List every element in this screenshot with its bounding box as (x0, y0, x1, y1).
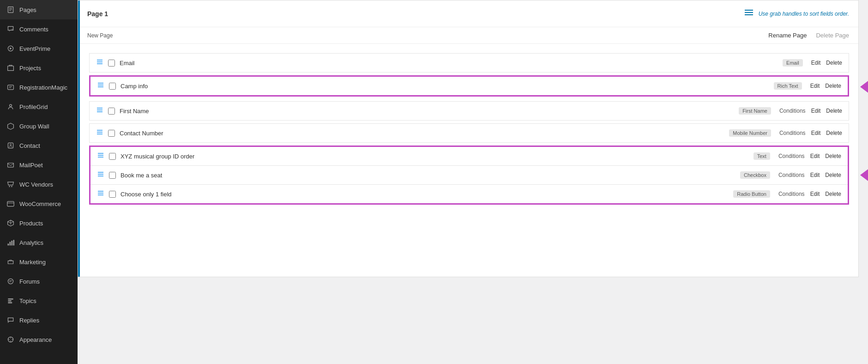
sidebar-item-products[interactable]: Products (0, 213, 78, 233)
sidebar-item-pages-label: Pages (19, 6, 36, 13)
field-row-first-name: First Name First Name Conditions Edit De… (89, 101, 849, 121)
sidebar-item-mailpoet[interactable]: MailPoet (0, 155, 78, 175)
page-panel: Page 1 Use grab handles to sort fields o… (78, 0, 859, 277)
field-row-choose-field: Choose only 1 field Radio Button Conditi… (90, 185, 848, 203)
sidebar-item-replies[interactable]: Replies (0, 310, 78, 330)
delete-email-button[interactable]: Delete (826, 60, 842, 66)
delete-first-name-button[interactable]: Delete (826, 108, 842, 114)
field-type-first-name: First Name (739, 107, 771, 115)
checkbox-contact-number[interactable] (108, 130, 115, 137)
edit-choose-field-button[interactable]: Edit (810, 191, 820, 197)
arrow-group (860, 167, 868, 183)
sidebar-item-contact[interactable]: Contact (0, 136, 78, 155)
drag-handle-contact-number[interactable] (96, 128, 103, 138)
sidebar-item-wcvendors[interactable]: WC Vendors (0, 175, 78, 194)
conditions-xyz-button[interactable]: Conditions (778, 153, 805, 159)
svg-rect-11 (8, 163, 14, 167)
delete-choose-field-button[interactable]: Delete (825, 191, 841, 197)
sidebar-item-forums[interactable]: Forums (0, 272, 78, 291)
drag-handle-xyz[interactable] (97, 152, 104, 161)
checkbox-email[interactable] (108, 60, 115, 67)
svg-rect-17 (12, 241, 12, 245)
sidebar-item-pages[interactable]: Pages (0, 0, 78, 19)
sidebar-item-topics[interactable]: Topics (0, 291, 78, 310)
page-nav-row: New Page Rename Page Delete Page (78, 27, 858, 44)
field-type-book-seat: Checkbox (740, 171, 770, 179)
sidebar-item-topics-label: Topics (19, 297, 36, 304)
rename-page-button[interactable]: Rename Page (768, 32, 807, 39)
conditions-choose-field-button[interactable]: Conditions (778, 191, 805, 197)
delete-page-button[interactable]: Delete Page (816, 32, 849, 39)
delete-book-seat-button[interactable]: Delete (825, 172, 841, 178)
conditions-book-seat-button[interactable]: Conditions (778, 172, 805, 178)
analytics-icon (6, 238, 15, 247)
svg-rect-14 (7, 201, 14, 206)
appearance-icon (6, 335, 15, 344)
svg-point-10 (10, 144, 11, 146)
sidebar-item-analytics-label: Analytics (19, 239, 43, 246)
sidebar-item-analytics[interactable]: Analytics (0, 233, 78, 252)
drag-handle-first-name[interactable] (96, 106, 103, 115)
sidebar-item-projects[interactable]: Projects (0, 58, 78, 78)
field-name-book-seat: Book me a seat (121, 172, 735, 179)
groupwall-icon (6, 122, 15, 130)
sidebar-item-woocommerce-label: WooCommerce (19, 200, 61, 207)
sidebar-item-groupwall[interactable]: Group Wall (0, 116, 78, 136)
svg-rect-0 (8, 7, 13, 13)
checkbox-camp-info[interactable] (109, 83, 116, 90)
delete-camp-info-button[interactable]: Delete (825, 83, 841, 89)
drag-handle-book-seat[interactable] (97, 170, 104, 180)
checkbox-first-name[interactable] (108, 108, 115, 115)
drag-handle-email[interactable] (96, 58, 103, 67)
woocommerce-icon (6, 200, 15, 208)
products-icon (6, 219, 15, 227)
registrationmagic-icon (6, 83, 15, 91)
eventprime-icon (6, 44, 15, 53)
edit-first-name-button[interactable]: Edit (811, 108, 821, 114)
conditions-first-name-button[interactable]: Conditions (779, 108, 806, 114)
sidebar-item-replies-label: Replies (19, 317, 39, 324)
field-row-contact-number: Contact Number Mobile Number Conditions … (89, 123, 849, 143)
sidebar-item-marketing[interactable]: Marketing (0, 252, 78, 272)
delete-contact-number-button[interactable]: Delete (826, 130, 842, 136)
sidebar-item-profilegrid[interactable]: ProfileGrid (0, 97, 78, 116)
topics-icon (6, 297, 15, 305)
field-name-contact-number: Contact Number (120, 130, 724, 137)
sidebar-item-woocommerce[interactable]: WooCommerce (0, 194, 78, 213)
edit-contact-number-button[interactable]: Edit (811, 130, 821, 136)
sort-hint: Use grab handles to sort fields order. (759, 11, 849, 17)
checkbox-book-seat[interactable] (109, 172, 116, 179)
sidebar-item-mailpoet-label: MailPoet (19, 162, 43, 169)
fields-area: Email Email Edit Delete (78, 44, 858, 217)
sidebar-item-appearance[interactable]: Appearance (0, 330, 78, 349)
drag-handle-camp-info[interactable] (97, 81, 104, 91)
field-actions-book-seat: Conditions Edit Delete (778, 172, 841, 178)
sidebar-item-registrationmagic[interactable]: RegistrationMagic (0, 78, 78, 97)
sidebar-item-registrationmagic-label: RegistrationMagic (19, 84, 67, 91)
edit-xyz-button[interactable]: Edit (810, 153, 820, 159)
conditions-contact-number-button[interactable]: Conditions (779, 130, 806, 136)
sidebar-item-contact-label: Contact (19, 142, 40, 149)
delete-xyz-button[interactable]: Delete (825, 153, 841, 159)
sidebar-item-marketing-label: Marketing (19, 259, 46, 266)
sidebar-item-groupwall-label: Group Wall (19, 123, 49, 130)
sidebar-item-comments[interactable]: Comments (0, 19, 78, 39)
drag-handle-choose-field[interactable] (97, 189, 104, 199)
main-content: Page 1 Use grab handles to sort fields o… (78, 0, 868, 364)
sidebar-item-eventprime[interactable]: EventPrime (0, 39, 78, 58)
field-actions-xyz: Conditions Edit Delete (778, 153, 841, 159)
new-page-button[interactable]: New Page (87, 32, 113, 39)
sidebar-item-products-label: Products (19, 220, 43, 227)
field-actions-first-name: Conditions Edit Delete (779, 108, 842, 114)
forums-icon (6, 277, 15, 285)
edit-email-button[interactable]: Edit (811, 60, 821, 66)
edit-book-seat-button[interactable]: Edit (810, 172, 820, 178)
field-group: XYZ musical group ID order Text Conditio… (89, 146, 849, 205)
sort-icon-button[interactable] (744, 9, 754, 18)
edit-camp-info-button[interactable]: Edit (810, 83, 820, 89)
svg-point-13 (11, 186, 12, 187)
checkbox-xyz[interactable] (109, 153, 116, 160)
pages-icon (6, 6, 15, 14)
svg-rect-15 (8, 243, 9, 245)
checkbox-choose-field[interactable] (109, 191, 116, 198)
